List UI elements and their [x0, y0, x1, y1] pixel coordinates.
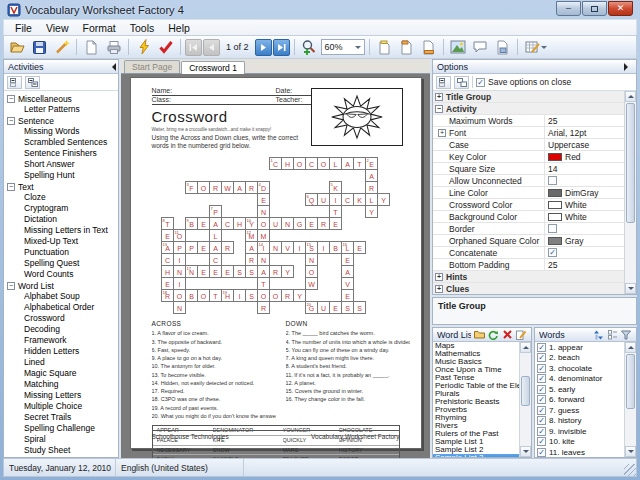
tab-start-page[interactable]: Start Page [124, 60, 180, 73]
word-list-item-sample-list-1[interactable]: Sample List 1 [433, 438, 519, 446]
word-checkbox[interactable]: ✓ [537, 374, 546, 383]
copy-page-button[interactable] [374, 37, 395, 57]
menu-view[interactable]: View [39, 21, 76, 35]
wizard-button[interactable] [51, 37, 72, 57]
word-list-item-proverbs[interactable]: Proverbs [433, 406, 519, 414]
word-list-item-once-upon-a-time[interactable]: Once Upon a Time [433, 366, 519, 374]
word-checkbox[interactable]: ✓ [537, 385, 546, 394]
nav-next-button[interactable] [255, 39, 272, 56]
tree-item-spiral[interactable]: Spiral [7, 434, 118, 445]
property-category-title-group[interactable]: +Title Group [433, 91, 624, 103]
tree-item-missing-words[interactable]: Missing Words [7, 126, 118, 137]
word-checkbox[interactable]: ✓ [537, 406, 546, 415]
categorize-button[interactable] [436, 76, 451, 89]
delete-list-button[interactable] [501, 329, 513, 340]
tree-item-spelling-quest[interactable]: Spelling Quest [7, 258, 118, 269]
status-language[interactable]: English (United States) [116, 459, 244, 476]
tree-item-study-sheet[interactable]: Study Sheet [7, 445, 118, 456]
open-list-button[interactable] [473, 329, 485, 340]
tree-item-matching[interactable]: Matching [7, 379, 118, 390]
menu-tools[interactable]: Tools [123, 21, 162, 35]
menu-help[interactable]: Help [161, 21, 197, 35]
word-list-item-periodic-table-of-the-elements[interactable]: Periodic Table of the Elements [433, 382, 519, 390]
page-image-button[interactable] [492, 37, 513, 57]
scroll-thumb[interactable] [521, 376, 530, 406]
save-options-checkbox[interactable]: ✓ [476, 78, 485, 87]
tree-item-spelling-hunt[interactable]: Spelling Hunt [7, 170, 118, 181]
property-checkbox[interactable] [548, 224, 557, 233]
close-button[interactable]: ✕ [608, 1, 633, 16]
expand-all-button[interactable] [25, 76, 40, 89]
edit-list-button[interactable] [515, 329, 527, 340]
words-scrollbar[interactable] [624, 342, 636, 457]
category-expand-icon[interactable]: + [435, 93, 443, 101]
tab-crossword-1[interactable]: Crossword 1 [181, 61, 245, 74]
tree-item-sentence-finishers[interactable]: Sentence Finishers [7, 148, 118, 159]
alphabetical-button[interactable] [454, 76, 469, 89]
tree-item-crossword[interactable]: Crossword [7, 313, 118, 324]
property-value[interactable] [545, 175, 624, 186]
options-scrollbar[interactable] [624, 91, 636, 294]
word-list-item-rivers[interactable]: Rivers [433, 422, 519, 430]
word-checkbox[interactable]: ✓ [537, 395, 546, 404]
print-button[interactable] [103, 37, 124, 57]
table-edit-button[interactable] [522, 37, 550, 57]
tree-item-word-jumbles[interactable]: Word Jumbles [7, 456, 118, 457]
word-checkbox[interactable]: ✓ [537, 353, 546, 362]
scroll-down-arrow[interactable] [625, 446, 636, 457]
menu-file[interactable]: File [8, 21, 39, 35]
expand-panel-icon[interactable] [624, 63, 632, 71]
comment-button[interactable] [470, 37, 491, 57]
zoom-button[interactable] [299, 37, 320, 57]
word-list-item-sample-list-3[interactable]: Sample List 3 [433, 454, 519, 457]
options-header[interactable]: Options [433, 60, 636, 74]
property-value[interactable]: 25 [545, 259, 624, 270]
tree-item-word-counts[interactable]: Word Counts [7, 269, 118, 280]
scroll-up-arrow[interactable] [625, 91, 636, 102]
tree-item-magic-square[interactable]: Magic Square [7, 368, 118, 379]
word-checkbox[interactable]: ✓ [537, 416, 546, 425]
word-item-early[interactable]: ✓5. early [535, 384, 624, 395]
scroll-up-arrow[interactable] [520, 342, 531, 353]
property-value[interactable]: White [545, 211, 624, 222]
word-checkbox[interactable]: ✓ [537, 364, 546, 373]
property-category-clues[interactable]: +Clues [433, 283, 624, 294]
word-item-beach[interactable]: ✓2. beach [535, 353, 624, 364]
tree-item-mixed-up-text[interactable]: Mixed-Up Text [7, 236, 118, 247]
property-value[interactable]: White [545, 199, 624, 210]
nav-last-button[interactable] [273, 39, 290, 56]
tree-collapse-icon[interactable]: − [7, 183, 15, 191]
word-item-appear[interactable]: ✓1. appear [535, 342, 624, 353]
tree-item-cryptogram[interactable]: Cryptogram [7, 203, 118, 214]
filter-words-button[interactable] [620, 329, 632, 340]
property-checkbox[interactable] [548, 176, 557, 185]
tree-collapse-icon[interactable]: − [7, 282, 15, 290]
tree-item-hidden-letters[interactable]: Hidden Letters [7, 346, 118, 357]
menu-format[interactable]: Format [76, 21, 123, 35]
export-page-button[interactable] [418, 37, 439, 57]
property-expand-icon[interactable]: + [438, 129, 446, 137]
tree-item-alphabet-soup[interactable]: Alphabet Soup [7, 291, 118, 302]
word-list-item-plurals[interactable]: Plurals [433, 390, 519, 398]
tree-item-scrambled-sentences[interactable]: Scrambled Sentences [7, 137, 118, 148]
word-list-item-music-basics[interactable]: Music Basics [433, 358, 519, 366]
collapse-panel-icon[interactable] [108, 63, 116, 71]
property-value[interactable]: Arial, 12pt [545, 127, 624, 138]
tree-item-missing-letters-in-text[interactable]: Missing Letters in Text [7, 225, 118, 236]
property-value[interactable]: 25 [545, 115, 624, 126]
property-value[interactable] [545, 223, 624, 234]
tree-group-text[interactable]: −Text [7, 181, 118, 192]
tree-item-decoding[interactable]: Decoding [7, 324, 118, 335]
open-button[interactable] [7, 37, 28, 57]
new-page-button[interactable] [81, 37, 102, 57]
tree-item-cloze[interactable]: Cloze [7, 192, 118, 203]
scroll-up-arrow[interactable] [625, 342, 636, 353]
tree-item-multiple-choice[interactable]: Multiple Choice [7, 401, 118, 412]
minimize-button[interactable]: – [556, 1, 581, 16]
word-lists-scrollbar[interactable] [519, 342, 531, 457]
property-checkbox[interactable]: ✓ [548, 248, 557, 257]
word-list-item-past-tense[interactable]: Past Tense [433, 374, 519, 382]
scroll-down-arrow[interactable] [625, 283, 636, 294]
word-list-item-mathematics[interactable]: Mathematics [433, 350, 519, 358]
activities-header[interactable]: Activities [4, 60, 118, 74]
